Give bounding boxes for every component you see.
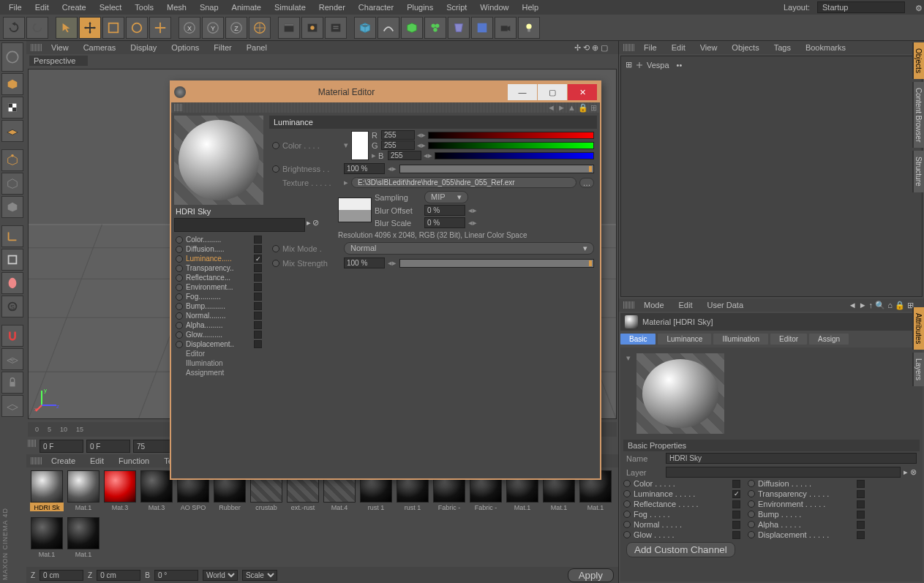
blur-offset-input[interactable] — [424, 205, 465, 216]
channel-checkbox[interactable] — [254, 302, 262, 310]
light-button[interactable] — [518, 17, 540, 39]
am-menu-edit[interactable]: Edit — [673, 300, 699, 310]
cube-primitive-button[interactable] — [354, 17, 376, 39]
viewport-solo-button[interactable] — [1, 249, 23, 271]
magnet-button[interactable] — [1, 325, 23, 347]
channel-checkbox[interactable] — [732, 490, 740, 498]
model-mode-button[interactable] — [1, 73, 23, 95]
channel-toggle-bump[interactable]: Bump . . . . . — [748, 510, 865, 519]
channel-toggle-normal[interactable]: Normal . . . . . — [623, 520, 740, 529]
me-sub-assignment[interactable]: Assignment — [174, 368, 263, 377]
am-menu-mode[interactable]: Mode — [638, 300, 670, 310]
vtab-content-browser[interactable]: Content Browser — [912, 82, 924, 148]
object-name[interactable]: Vespa — [647, 61, 669, 69]
polygons-mode-button[interactable] — [1, 196, 23, 218]
apply-button[interactable]: Apply — [568, 568, 614, 582]
coord-z2-input[interactable] — [97, 570, 140, 581]
channel-toggle-glow[interactable]: Glow . . . . . — [623, 530, 740, 539]
add-custom-channel-button[interactable]: Add Custom Channel — [626, 542, 735, 557]
color-collapse-icon[interactable]: ▾ — [344, 140, 348, 150]
axis-z-button[interactable]: Z — [225, 17, 247, 39]
me-channel-bump[interactable]: Bump.......... — [174, 301, 263, 311]
menu-help[interactable]: Help — [516, 1, 544, 13]
brightness-input[interactable] — [344, 163, 385, 174]
color-mode-icon[interactable]: ▸ — [372, 151, 376, 160]
tweak-button[interactable] — [1, 272, 23, 294]
blur-scale-input[interactable] — [424, 217, 465, 228]
channel-toggle-reflectance[interactable]: Reflectance . . . . . — [623, 500, 740, 508]
param-anim-dot[interactable] — [623, 480, 631, 487]
vtab-attributes[interactable]: Attributes — [912, 307, 924, 350]
om-menu-file[interactable]: File — [638, 42, 663, 53]
param-anim-dot[interactable] — [623, 490, 631, 497]
mat-menu-create[interactable]: Create — [45, 456, 81, 466]
texture-browse-button[interactable]: … — [579, 178, 594, 188]
camera-button[interactable] — [495, 17, 517, 39]
object-row[interactable]: ⊞ Vespa •• — [624, 59, 919, 70]
vtab-structure[interactable]: Structure — [912, 151, 924, 192]
param-anim-dot[interactable] — [176, 284, 183, 291]
vp-menu-filter[interactable]: Filter — [208, 42, 237, 53]
b-slider[interactable] — [435, 152, 594, 159]
coord-mode-dropdown[interactable]: Scale — [242, 570, 277, 581]
channel-checkbox[interactable] — [857, 480, 865, 488]
color-swatch[interactable] — [351, 131, 369, 160]
axis-y-button[interactable]: Y — [202, 17, 224, 39]
frame-current-input[interactable] — [86, 440, 130, 453]
settings-icon[interactable]: ⚙ — [909, 2, 921, 12]
me-channel-luminance[interactable]: Luminance..... — [174, 254, 263, 263]
nurbs-button[interactable] — [401, 17, 423, 39]
om-menu-tags[interactable]: Tags — [768, 42, 797, 53]
grip-icon[interactable] — [623, 301, 635, 309]
menu-create[interactable]: Create — [56, 1, 92, 13]
r-input[interactable] — [381, 130, 415, 140]
channel-checkbox[interactable] — [254, 236, 262, 244]
planar-workplane-button[interactable] — [1, 395, 23, 417]
layer-picker-icon[interactable]: ▸ ⊗ — [904, 467, 917, 477]
spline-button[interactable] — [378, 17, 399, 39]
mix-strength-slider[interactable] — [399, 259, 594, 268]
channel-checkbox[interactable] — [254, 340, 262, 348]
param-anim-dot[interactable] — [748, 500, 755, 508]
mix-strength-input[interactable] — [344, 257, 385, 268]
menu-file[interactable]: File — [3, 1, 28, 13]
param-anim-dot[interactable] — [176, 265, 183, 272]
mat-menu-function[interactable]: Function — [113, 456, 155, 466]
g-slider[interactable] — [428, 142, 594, 149]
r-slider[interactable] — [428, 132, 594, 139]
material-thumb[interactable]: Mat.3 — [139, 470, 174, 516]
param-anim-dot[interactable] — [176, 236, 183, 244]
vp-menu-panel[interactable]: Panel — [241, 42, 273, 53]
brightness-slider[interactable] — [399, 165, 594, 173]
me-channel-environment[interactable]: Environment... — [174, 282, 263, 292]
tab-illumination[interactable]: Illumination — [713, 334, 768, 345]
channel-toggle-diffusion[interactable]: Diffusion . . . . . — [748, 479, 865, 488]
texture-path[interactable]: E:\3D\sIBLedit\hdre\hdre_055\hdre_055_Re… — [351, 177, 576, 188]
material-thumb[interactable]: Mat.1 — [66, 470, 101, 516]
me-channel-reflectance[interactable]: Reflectance... — [174, 273, 263, 282]
param-anim-dot[interactable] — [176, 246, 183, 253]
material-thumb[interactable]: Mat.1 — [29, 517, 64, 563]
channel-toggle-color[interactable]: Color . . . . . — [623, 479, 740, 488]
texture-thumbnail[interactable] — [338, 198, 372, 222]
channel-checkbox[interactable] — [732, 521, 740, 529]
channel-checkbox[interactable] — [254, 245, 262, 253]
layout-dropdown[interactable]: Startup — [817, 1, 905, 13]
mat-menu-edit[interactable]: Edit — [84, 456, 110, 466]
tab-editor[interactable]: Editor — [770, 334, 807, 345]
menu-script[interactable]: Script — [440, 1, 473, 13]
vp-menu-display[interactable]: Display — [124, 42, 162, 53]
menu-plugins[interactable]: Plugins — [401, 1, 439, 13]
tab-basic[interactable]: Basic — [620, 334, 656, 345]
menu-character[interactable]: Character — [353, 1, 399, 13]
grip-icon[interactable] — [28, 440, 37, 447]
tab-luminance[interactable]: Luminance — [658, 334, 711, 345]
axis-x-button[interactable]: X — [179, 17, 200, 39]
material-thumb[interactable]: Mat.1 — [66, 517, 101, 563]
axis-icon[interactable] — [1, 225, 23, 247]
channel-checkbox[interactable] — [732, 511, 740, 519]
param-anim-dot[interactable] — [748, 531, 755, 538]
param-anim-dot[interactable] — [176, 322, 183, 329]
tab-assign[interactable]: Assign — [809, 334, 849, 345]
material-layer-input[interactable] — [666, 467, 901, 478]
